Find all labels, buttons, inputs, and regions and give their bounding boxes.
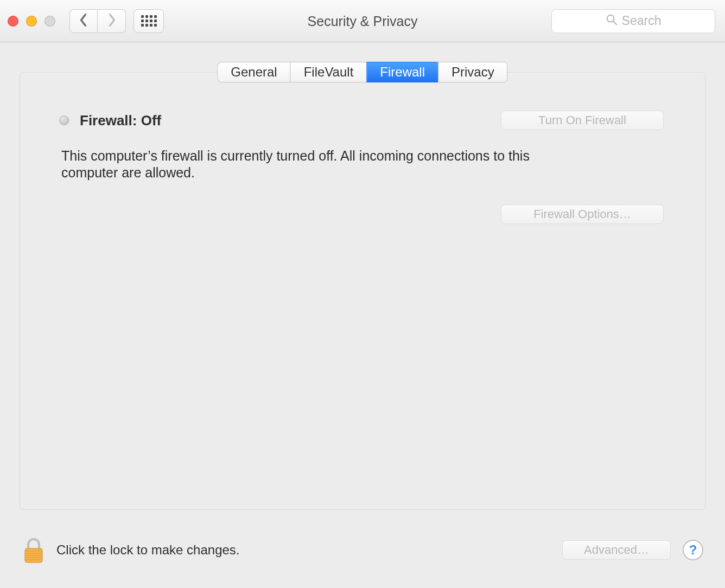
- body: General FileVault Firewall Privacy Firew…: [0, 42, 725, 588]
- firewall-status-row: Firewall: Off Turn On Firewall: [61, 111, 664, 130]
- nav-buttons: [69, 9, 126, 33]
- tab-general[interactable]: General: [217, 62, 290, 82]
- search-placeholder: Search: [622, 14, 662, 28]
- titlebar: Security & Privacy Search: [0, 0, 725, 42]
- minimize-window-button[interactable]: [26, 16, 37, 27]
- tabs: General FileVault Firewall Privacy: [217, 62, 507, 82]
- tab-privacy[interactable]: Privacy: [438, 62, 508, 82]
- lock-hint: Click the lock to make changes.: [56, 542, 240, 558]
- help-button[interactable]: ?: [683, 540, 703, 560]
- firewall-options-button: Firewall Options…: [501, 204, 664, 224]
- back-button[interactable]: [69, 9, 98, 33]
- chevron-right-icon: [107, 12, 117, 30]
- tab-filevault[interactable]: FileVault: [290, 62, 367, 82]
- firewall-panel: Firewall: Off Turn On Firewall This comp…: [20, 72, 705, 510]
- advanced-button: Advanced…: [562, 540, 671, 560]
- zoom-window-button: [44, 16, 55, 27]
- chevron-left-icon: [79, 12, 88, 30]
- svg-line-1: [613, 21, 616, 24]
- close-window-button[interactable]: [8, 16, 18, 27]
- firewall-status-label: Firewall: Off: [80, 112, 161, 129]
- status-indicator-icon: [59, 116, 69, 125]
- bottom-bar: Click the lock to make changes. Advanced…: [22, 534, 703, 566]
- firewall-options-row: Firewall Options…: [61, 204, 664, 224]
- traffic-lights: [8, 16, 55, 27]
- window-title: Security & Privacy: [308, 13, 418, 29]
- tab-firewall[interactable]: Firewall: [366, 62, 438, 82]
- search-icon: [606, 14, 618, 29]
- forward-button: [98, 9, 126, 33]
- show-all-prefs-button[interactable]: [133, 9, 164, 33]
- firewall-status-description: This computer’s firewall is currently tu…: [61, 148, 539, 182]
- lock-button[interactable]: [22, 536, 46, 564]
- turn-on-firewall-button: Turn On Firewall: [501, 111, 664, 130]
- lock-icon: [22, 556, 46, 565]
- grid-icon: [141, 15, 157, 27]
- search-input[interactable]: Search: [551, 9, 715, 33]
